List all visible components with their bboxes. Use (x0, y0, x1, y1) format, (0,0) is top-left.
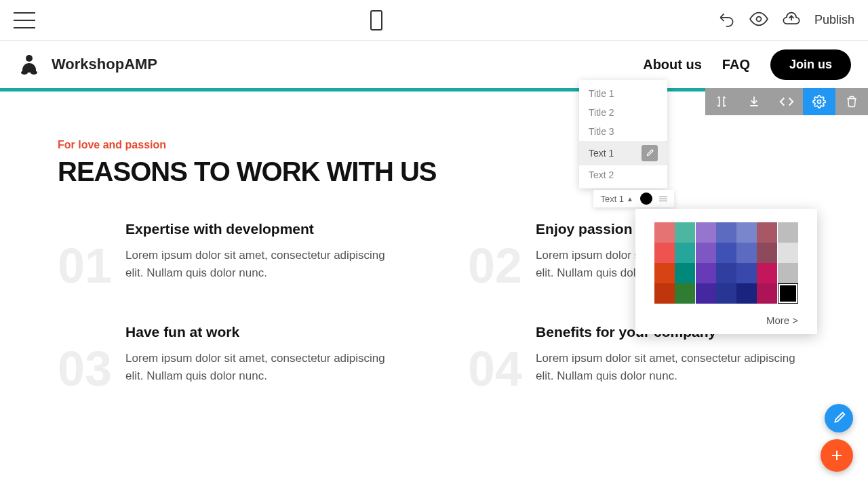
feature-item: 01 Expertise with development Lorem ipsu… (58, 221, 400, 290)
color-swatch[interactable] (757, 283, 777, 304)
color-swatch[interactable] (757, 243, 777, 263)
feature-item: 04 Benefits for your company Lorem ipsum… (468, 324, 810, 393)
mobile-preview-icon[interactable] (370, 10, 382, 30)
color-swatch[interactable] (696, 243, 716, 263)
text-style-dropdown: Title 1 Title 2 Title 3 Text 1 Text 2 (579, 80, 667, 188)
block-controls (705, 88, 868, 115)
brand-name: WorkshopAMP (52, 56, 157, 73)
color-swatch[interactable] (716, 283, 736, 304)
style-option-text1[interactable]: Text 1 (579, 141, 667, 165)
preview-eye-icon[interactable] (749, 9, 768, 31)
color-swatch[interactable] (778, 222, 798, 243)
color-swatch[interactable] (716, 243, 736, 263)
brand-logo-icon (17, 52, 41, 77)
move-block-icon[interactable] (705, 88, 738, 115)
color-swatch[interactable] (696, 283, 716, 304)
more-colors-link[interactable]: More > (654, 314, 798, 326)
color-swatch[interactable] (675, 283, 695, 304)
publish-button[interactable]: Publish (814, 13, 854, 27)
svg-point-3 (31, 70, 37, 75)
color-swatch[interactable] (757, 263, 777, 283)
color-picker-panel: More > (635, 209, 817, 334)
color-swatch[interactable] (778, 243, 798, 263)
delete-block-icon[interactable] (835, 88, 868, 115)
site-header: WorkshopAMP About us FAQ Join us (0, 41, 868, 88)
section-title[interactable]: REASONS TO WORK WITH US (58, 157, 810, 187)
svg-point-1 (26, 55, 33, 62)
toolbar-center (370, 10, 382, 30)
style-option-text2[interactable]: Text 2 (579, 165, 667, 184)
style-option-label: Text 1 (589, 148, 614, 159)
caret-up-icon: ▲ (627, 195, 633, 203)
code-block-icon[interactable] (770, 88, 803, 115)
feature-title[interactable]: Have fun at work (125, 324, 400, 340)
color-swatch[interactable] (654, 283, 675, 304)
feature-title[interactable]: Expertise with development (125, 221, 400, 237)
color-swatch[interactable] (736, 222, 757, 243)
cloud-upload-icon[interactable] (782, 9, 801, 31)
color-swatch[interactable] (696, 263, 716, 283)
toolbar-left (14, 12, 35, 28)
nav-about[interactable]: About us (643, 57, 702, 73)
color-swatch[interactable] (654, 263, 675, 283)
feature-number: 01 (58, 241, 112, 290)
color-swatch[interactable] (654, 222, 675, 243)
color-swatch[interactable] (675, 243, 695, 263)
feature-text[interactable]: Lorem ipsum dolor sit amet, consectetur … (536, 350, 810, 386)
color-swatch[interactable] (675, 222, 695, 243)
svg-point-2 (21, 70, 28, 75)
color-swatch[interactable] (736, 263, 757, 283)
color-swatch[interactable] (778, 283, 798, 304)
color-swatch[interactable] (736, 283, 757, 304)
feature-number: 04 (468, 344, 522, 393)
text-mini-toolbar: Text 1 ▲ (593, 190, 674, 207)
brush-icon[interactable] (642, 145, 658, 161)
current-color-swatch[interactable] (640, 192, 652, 205)
style-option-title1[interactable]: Title 1 (579, 84, 667, 103)
feature-text[interactable]: Lorem ipsum dolor sit amet, consectetur … (125, 247, 400, 283)
color-swatch[interactable] (696, 222, 716, 243)
style-option-title2[interactable]: Title 2 (579, 103, 667, 122)
color-grid (654, 222, 798, 304)
hamburger-menu-icon[interactable] (14, 12, 35, 28)
feature-item: 03 Have fun at work Lorem ipsum dolor si… (58, 324, 400, 393)
toolbar-right: Publish (718, 9, 854, 31)
fab-add-icon[interactable] (821, 439, 853, 472)
site-nav: About us FAQ Join us (643, 49, 851, 80)
settings-block-icon[interactable] (803, 88, 835, 115)
color-swatch[interactable] (778, 263, 798, 283)
join-button[interactable]: Join us (770, 49, 851, 80)
download-block-icon[interactable] (738, 88, 770, 115)
svg-point-4 (818, 100, 821, 104)
brand: WorkshopAMP (17, 52, 157, 77)
nav-faq[interactable]: FAQ (722, 57, 750, 73)
color-swatch[interactable] (716, 222, 736, 243)
section-subtitle[interactable]: For love and passion (58, 139, 810, 151)
color-swatch[interactable] (675, 263, 695, 283)
svg-point-0 (756, 16, 761, 21)
fab-styles-icon[interactable] (825, 404, 853, 432)
editor-top-toolbar: Publish (0, 0, 868, 41)
align-icon[interactable] (659, 197, 667, 201)
color-swatch[interactable] (654, 243, 675, 263)
color-swatch[interactable] (736, 243, 757, 263)
feature-text[interactable]: Lorem ipsum dolor sit amet, consectetur … (125, 350, 400, 386)
color-swatch[interactable] (716, 263, 736, 283)
feature-number: 02 (468, 241, 522, 290)
undo-icon[interactable] (718, 10, 736, 30)
style-selector-label: Text 1 (600, 194, 624, 204)
feature-number: 03 (58, 344, 112, 393)
style-selector[interactable]: Text 1 ▲ (600, 194, 633, 204)
color-swatch[interactable] (757, 222, 777, 243)
style-option-title3[interactable]: Title 3 (579, 122, 667, 141)
